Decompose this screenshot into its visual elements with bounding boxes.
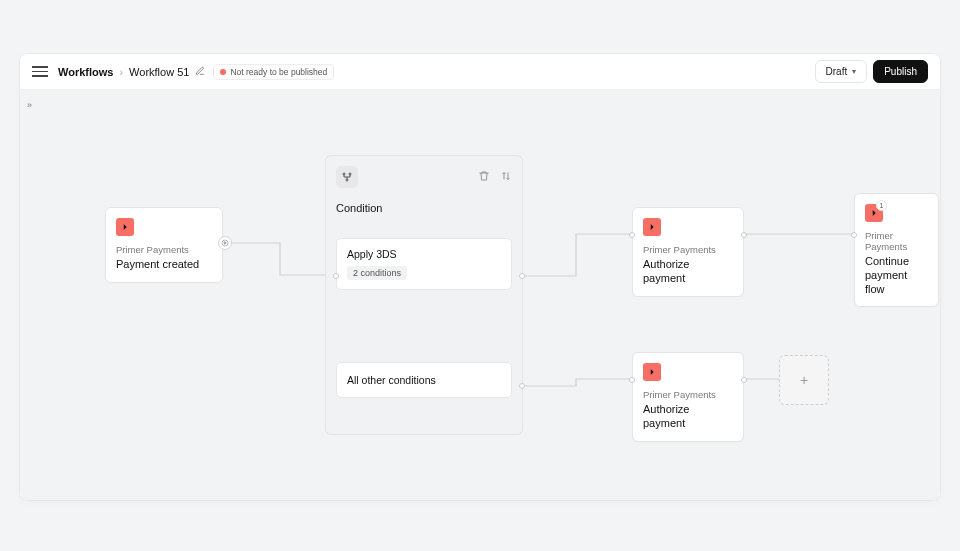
node-subtitle: Primer Payments [643, 389, 733, 400]
canvas[interactable]: » Primer Payments Payment created [20, 90, 940, 500]
node-title: Authorize payment [643, 258, 733, 286]
breadcrumb-separator: › [119, 66, 123, 78]
svg-point-1 [343, 173, 345, 175]
primer-icon [643, 218, 661, 236]
sidebar-toggle-icon[interactable]: » [27, 100, 32, 110]
condition-title: Condition [336, 202, 512, 214]
node-title: Payment created [116, 258, 212, 272]
app-window: Workflows › Workflow 51 Not ready to be … [20, 54, 940, 500]
node-continue-payment-flow[interactable]: 1 Primer Payments Continue payment flow [854, 193, 939, 307]
port[interactable] [629, 377, 635, 383]
node-payment-created[interactable]: Primer Payments Payment created [105, 207, 223, 283]
publish-button[interactable]: Publish [873, 60, 928, 83]
header: Workflows › Workflow 51 Not ready to be … [20, 54, 940, 90]
header-actions: Draft ▾ Publish [815, 60, 928, 83]
svg-point-3 [346, 179, 348, 181]
edit-icon[interactable] [195, 66, 205, 78]
node-subtitle: Primer Payments [643, 244, 733, 255]
condition-actions [478, 170, 512, 185]
svg-point-2 [349, 173, 351, 175]
node-subtitle: Primer Payments [116, 244, 212, 255]
port[interactable] [519, 383, 525, 389]
condition-count-chip: 2 conditions [347, 266, 407, 280]
condition-row-all-other[interactable]: All other conditions [336, 362, 512, 398]
chevron-down-icon: ▾ [852, 67, 856, 76]
primer-icon [116, 218, 134, 236]
node-authorize-payment-top[interactable]: Primer Payments Authorize payment [632, 207, 744, 297]
status-badge: Not ready to be published [213, 64, 334, 80]
breadcrumb: Workflows › Workflow 51 [58, 66, 205, 78]
condition-row-label: All other conditions [347, 374, 501, 386]
node-output-handle[interactable] [218, 236, 232, 250]
delete-icon[interactable] [478, 170, 490, 185]
port[interactable] [741, 377, 747, 383]
node-title: Continue payment flow [865, 255, 928, 296]
primer-icon: 1 [865, 204, 883, 222]
primer-icon [643, 363, 661, 381]
node-condition[interactable]: Condition Apply 3DS 2 conditions All oth… [325, 155, 523, 435]
condition-row-apply-3ds[interactable]: Apply 3DS 2 conditions [336, 238, 512, 290]
port[interactable] [851, 232, 857, 238]
condition-row-label: Apply 3DS [347, 248, 501, 260]
port[interactable] [519, 273, 525, 279]
draft-dropdown[interactable]: Draft ▾ [815, 60, 868, 83]
status-dot-icon [220, 69, 226, 75]
status-text: Not ready to be published [230, 67, 327, 77]
add-node-button[interactable]: + [779, 355, 829, 405]
node-title: Authorize payment [643, 403, 733, 431]
node-subtitle: Primer Payments [865, 230, 928, 252]
port[interactable] [629, 232, 635, 238]
reorder-icon[interactable] [500, 170, 512, 185]
badge-count: 1 [876, 200, 887, 211]
node-authorize-payment-bottom[interactable]: Primer Payments Authorize payment [632, 352, 744, 442]
breadcrumb-root[interactable]: Workflows [58, 66, 113, 78]
branch-icon [336, 166, 358, 188]
menu-icon[interactable] [32, 64, 48, 80]
condition-head [336, 166, 512, 188]
port[interactable] [333, 273, 339, 279]
breadcrumb-current[interactable]: Workflow 51 [129, 66, 189, 78]
port[interactable] [741, 232, 747, 238]
